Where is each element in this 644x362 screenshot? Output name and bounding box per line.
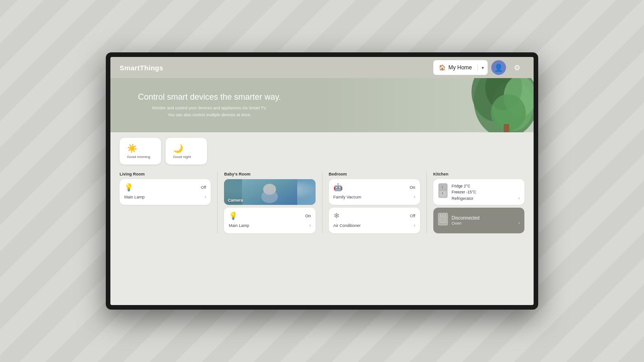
room-bedroom: Bedroom 🤖 On Family Vaccum › bbox=[329, 172, 420, 233]
device-main-lamp-lr[interactable]: 💡 Off Main Lamp › bbox=[120, 179, 211, 205]
room-kitchen-title: Kitchen bbox=[433, 172, 524, 176]
avatar-button[interactable]: 👤 bbox=[491, 60, 506, 75]
device-bottom: Main Lamp › bbox=[229, 223, 310, 228]
svg-rect-6 bbox=[504, 124, 509, 132]
room-living-room: Living Room 💡 Off Main Lamp › bbox=[120, 172, 211, 233]
scene-good-night-label: Good night bbox=[173, 155, 200, 159]
vacuum-icon: 🤖 bbox=[334, 183, 343, 192]
device-top: ❄ Off bbox=[334, 211, 415, 220]
device-family-vaccum[interactable]: 🤖 On Family Vaccum › bbox=[329, 179, 420, 205]
room-separator-1 bbox=[217, 172, 218, 233]
device-top: 🤖 On bbox=[334, 183, 415, 192]
device-top: 💡 Off bbox=[124, 183, 206, 192]
device-status-off: Off bbox=[201, 185, 206, 190]
svg-rect-16 bbox=[440, 216, 446, 223]
freezer-temp: Freezer -15°C bbox=[452, 189, 520, 195]
device-main-lamp-br[interactable]: 💡 On Main Lamp › bbox=[224, 208, 315, 233]
oven-icon bbox=[438, 213, 448, 228]
room-bedroom-title: Bedroom bbox=[329, 172, 420, 176]
home-selector-main: 🏠 My Home bbox=[433, 64, 478, 71]
home-dropdown-button[interactable]: ▾ bbox=[478, 65, 488, 70]
scene-good-morning[interactable]: ☀️ Good morning bbox=[120, 138, 161, 164]
fridge-temp: Fridge 2°C bbox=[452, 183, 520, 189]
lamp-icon: 💡 bbox=[124, 183, 133, 192]
room-babys-room-title: Baby's Room bbox=[224, 172, 315, 176]
chevron-right-icon: › bbox=[414, 223, 415, 228]
brand-name: SmartThings bbox=[120, 64, 163, 72]
device-bottom: Main Lamp › bbox=[124, 194, 206, 199]
room-separator-3 bbox=[426, 172, 427, 233]
svg-rect-12 bbox=[439, 190, 447, 198]
chevron-right-icon: › bbox=[518, 221, 520, 226]
moon-icon: 🌙 bbox=[173, 143, 200, 153]
room-living-room-title: Living Room bbox=[120, 172, 211, 176]
chevron-right-icon: › bbox=[518, 196, 520, 201]
room-separator-2 bbox=[322, 172, 322, 233]
device-bottom: Air Conditioner › bbox=[334, 223, 415, 228]
svg-rect-13 bbox=[442, 186, 443, 188]
svg-rect-11 bbox=[439, 184, 447, 190]
device-camera[interactable]: Camera bbox=[224, 179, 315, 205]
scene-good-morning-label: Good morning bbox=[127, 155, 154, 159]
fridge-info: Fridge 2°C Freezer -15°C Refrigerator › bbox=[452, 183, 520, 201]
device-name-main-lamp-br: Main Lamp bbox=[229, 223, 249, 228]
hero-title: Control smart devices the smarter way. bbox=[138, 92, 281, 102]
hero-subtitle-line1: Monitor and control your devices and app… bbox=[152, 106, 267, 110]
fridge-icon bbox=[438, 183, 448, 201]
device-oven[interactable]: Disconnected Oven › bbox=[433, 208, 524, 233]
tv-screen: SmartThings 🏠 My Home ▾ 👤 ⚙ bbox=[110, 57, 534, 305]
living-room-devices: 💡 Off Main Lamp › bbox=[120, 179, 211, 205]
svg-point-9 bbox=[261, 190, 278, 203]
chevron-down-icon: ▾ bbox=[482, 65, 484, 70]
lamp-on-icon: 💡 bbox=[229, 211, 238, 220]
device-name-oven: Oven bbox=[452, 221, 462, 226]
device-status-on: On bbox=[410, 185, 415, 190]
header-controls: 🏠 My Home ▾ 👤 ⚙ bbox=[433, 60, 524, 75]
room-babys-room: Baby's Room bbox=[224, 172, 315, 233]
ac-icon: ❄ bbox=[334, 211, 339, 220]
chevron-right-icon: › bbox=[309, 223, 310, 228]
home-selector[interactable]: 🏠 My Home ▾ bbox=[433, 60, 488, 75]
chevron-right-icon: › bbox=[205, 194, 206, 199]
device-name-family-vaccum: Family Vaccum bbox=[334, 195, 362, 199]
chevron-right-icon: › bbox=[414, 194, 415, 199]
device-refrigerator[interactable]: Fridge 2°C Freezer -15°C Refrigerator › bbox=[433, 179, 524, 205]
app-header: SmartThings 🏠 My Home ▾ 👤 ⚙ bbox=[110, 57, 534, 78]
hero-subtitle-line2: You can also control multiple devices at… bbox=[167, 113, 251, 117]
device-air-conditioner[interactable]: ❄ Off Air Conditioner › bbox=[329, 208, 420, 233]
svg-rect-14 bbox=[442, 192, 443, 194]
device-name-ac: Air Conditioner bbox=[334, 223, 361, 228]
user-icon: 👤 bbox=[494, 63, 503, 72]
oven-status: Disconnected bbox=[452, 215, 520, 221]
room-kitchen: Kitchen bbox=[433, 172, 524, 233]
device-status-on: On bbox=[305, 214, 310, 218]
hero-subtitle: Monitor and control your devices and app… bbox=[138, 105, 281, 118]
sun-icon: ☀️ bbox=[127, 143, 154, 153]
fridge-temps: Fridge 2°C Freezer -15°C bbox=[452, 183, 520, 195]
hero-text: Control smart devices the smarter way. M… bbox=[110, 92, 309, 118]
device-top: 💡 On bbox=[229, 211, 310, 220]
scenes-row: ☀️ Good morning 🌙 Good night bbox=[120, 138, 524, 164]
hero-plant-decoration bbox=[432, 78, 534, 132]
home-label: My Home bbox=[448, 64, 472, 71]
device-name-refrigerator: Refrigerator bbox=[452, 196, 474, 201]
device-status-off: Off bbox=[410, 214, 415, 218]
tv-frame: SmartThings 🏠 My Home ▾ 👤 ⚙ bbox=[106, 52, 538, 310]
device-name-main-lamp: Main Lamp bbox=[124, 195, 145, 199]
oven-bottom: Oven › bbox=[452, 221, 520, 226]
babys-room-devices: Camera 💡 On Main Lamp › bbox=[224, 179, 315, 233]
svg-point-17 bbox=[440, 215, 441, 216]
camera-label: Camera bbox=[228, 198, 243, 203]
rooms-row: Living Room 💡 Off Main Lamp › bbox=[120, 172, 524, 233]
fridge-bottom: Refrigerator › bbox=[452, 196, 520, 201]
svg-point-19 bbox=[444, 215, 446, 216]
hero-banner: Control smart devices the smarter way. M… bbox=[110, 78, 534, 132]
svg-point-18 bbox=[442, 215, 443, 216]
settings-button[interactable]: ⚙ bbox=[510, 60, 524, 75]
kitchen-devices: Fridge 2°C Freezer -15°C Refrigerator › bbox=[433, 179, 524, 233]
bedroom-devices: 🤖 On Family Vaccum › ❄ Off bbox=[329, 179, 420, 233]
scene-good-night[interactable]: 🌙 Good night bbox=[166, 138, 207, 164]
home-icon: 🏠 bbox=[439, 64, 446, 71]
gear-icon: ⚙ bbox=[514, 63, 520, 72]
main-content: ☀️ Good morning 🌙 Good night Living Room bbox=[110, 132, 534, 305]
